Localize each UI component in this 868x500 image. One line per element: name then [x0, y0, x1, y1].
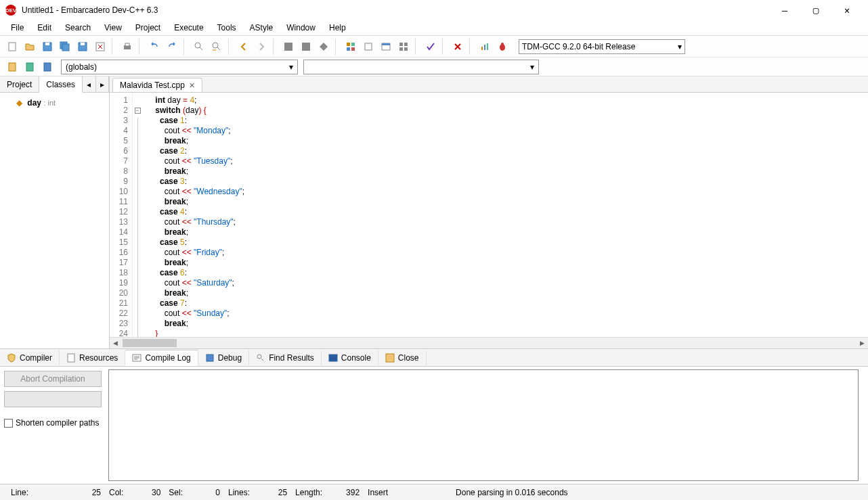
- window-icon[interactable]: [378, 39, 394, 55]
- tab-find-results[interactable]: Find Results: [249, 350, 322, 365]
- compiler-select-value: TDM-GCC 9.2.0 64-bit Release: [522, 42, 635, 51]
- editor-tab[interactable]: Malavida Test.cpp ✕: [112, 78, 202, 92]
- console-icon: [328, 353, 338, 363]
- checkbox-icon[interactable]: [4, 419, 13, 428]
- redo-icon[interactable]: [164, 39, 180, 55]
- close-button[interactable]: ✕: [831, 0, 863, 20]
- code-content[interactable]: int day = 4; switch (day) { case 1: cout…: [142, 93, 868, 337]
- svg-rect-0: [9, 43, 16, 51]
- menu-execute[interactable]: Execute: [169, 22, 209, 34]
- close-tab-icon[interactable]: ✕: [189, 81, 195, 90]
- horizontal-scrollbar[interactable]: ◀ ▶: [110, 337, 868, 348]
- status-insert: Insert: [368, 488, 388, 497]
- scope-combo[interactable]: (globals) ▾: [61, 60, 298, 74]
- bookmark-toggle-icon[interactable]: [4, 59, 20, 75]
- rebuild-icon[interactable]: [343, 39, 359, 55]
- menu-window[interactable]: Window: [281, 22, 321, 34]
- menu-astyle[interactable]: AStyle: [244, 22, 279, 34]
- svg-rect-32: [44, 63, 51, 71]
- grid-icon[interactable]: [395, 39, 412, 55]
- menu-search[interactable]: Search: [60, 22, 96, 34]
- svg-rect-20: [382, 43, 390, 45]
- shorten-paths-check[interactable]: Shorten compiler paths: [4, 418, 102, 428]
- tab-nav-left-icon[interactable]: ◂: [83, 76, 95, 92]
- abort-compilation-button[interactable]: Abort Compilation: [4, 371, 102, 387]
- svg-rect-24: [404, 47, 408, 51]
- debug-icon[interactable]: [360, 39, 376, 55]
- class-tree-item[interactable]: ◆ day : int: [3, 97, 106, 109]
- svg-point-10: [195, 43, 200, 48]
- undo-icon[interactable]: [146, 39, 162, 55]
- search-icon: [256, 353, 265, 363]
- left-panel-tabs: Project Classes ◂ ▸: [0, 76, 109, 93]
- delete-icon[interactable]: [450, 39, 466, 55]
- compile-run-icon[interactable]: [316, 39, 332, 55]
- status-sel-label: Sel:: [169, 488, 183, 497]
- svg-rect-38: [386, 354, 394, 362]
- debug-icon: [205, 353, 215, 363]
- tab-nav-right-icon[interactable]: ▸: [96, 76, 109, 92]
- scroll-left-icon[interactable]: ◀: [110, 338, 121, 348]
- bookmark-prev-icon[interactable]: [22, 59, 38, 75]
- tab-classes[interactable]: Classes: [39, 76, 83, 93]
- save-as-icon[interactable]: [74, 39, 91, 55]
- empty-button[interactable]: [4, 391, 102, 407]
- open-file-icon[interactable]: [22, 39, 38, 55]
- tab-compiler[interactable]: Compiler: [0, 350, 60, 365]
- left-panel: Project Classes ◂ ▸ ◆ day : int: [0, 76, 110, 348]
- bug-icon[interactable]: [494, 39, 511, 55]
- menu-tools[interactable]: Tools: [212, 22, 242, 34]
- tab-debug[interactable]: Debug: [198, 350, 249, 365]
- tab-close[interactable]: Close: [378, 350, 427, 365]
- menu-edit[interactable]: Edit: [32, 22, 57, 34]
- menu-view[interactable]: View: [99, 22, 127, 34]
- svg-rect-21: [399, 43, 403, 46]
- shield-icon: [7, 353, 16, 363]
- compile-icon[interactable]: [280, 39, 297, 55]
- run-icon[interactable]: [298, 39, 314, 55]
- menu-project[interactable]: Project: [130, 22, 166, 34]
- find-icon[interactable]: [191, 39, 207, 55]
- save-icon[interactable]: [39, 39, 56, 55]
- svg-rect-13: [302, 43, 310, 51]
- member-combo[interactable]: ▾: [303, 60, 539, 74]
- scope-combo-value: (globals): [66, 62, 97, 72]
- status-length-label: Length:: [295, 488, 322, 497]
- new-file-icon[interactable]: [4, 39, 20, 55]
- code-editor[interactable]: 1234567891011121314151617181920212223242…: [110, 93, 868, 337]
- app-icon: DEV: [5, 5, 16, 16]
- svg-point-29: [501, 43, 504, 45]
- status-lines-label: Lines:: [228, 488, 250, 497]
- chevron-down-icon: ▾: [289, 62, 293, 72]
- profile-icon[interactable]: [477, 39, 493, 55]
- replace-icon[interactable]: [209, 39, 225, 55]
- compiler-select[interactable]: TDM-GCC 9.2.0 64-bit Release ▾: [519, 39, 685, 54]
- scroll-right-icon[interactable]: ▶: [856, 338, 868, 348]
- print-icon[interactable]: [119, 39, 135, 55]
- goto-forward-icon[interactable]: [253, 39, 269, 55]
- tab-project[interactable]: Project: [0, 76, 39, 92]
- compile-log-area[interactable]: [108, 369, 859, 481]
- maximize-button[interactable]: ▢: [800, 0, 831, 20]
- save-all-icon[interactable]: [57, 39, 73, 55]
- svg-rect-14: [347, 43, 350, 46]
- scroll-thumb[interactable]: [123, 339, 177, 347]
- check-icon[interactable]: [422, 39, 439, 55]
- tab-console[interactable]: Console: [322, 350, 378, 365]
- minimize-button[interactable]: —: [769, 0, 800, 20]
- status-line-label: Line:: [11, 488, 28, 497]
- close-file-icon[interactable]: [92, 39, 108, 55]
- svg-rect-23: [399, 47, 403, 51]
- class-tree-type: : int: [43, 99, 56, 107]
- bookmark-next-icon[interactable]: [39, 59, 56, 75]
- tab-compile-log[interactable]: Compile Log: [125, 350, 198, 366]
- goto-back-icon[interactable]: [236, 39, 252, 55]
- svg-rect-9: [125, 43, 129, 46]
- menu-help[interactable]: Help: [324, 22, 351, 34]
- svg-rect-16: [347, 47, 350, 51]
- svg-rect-33: [68, 354, 74, 362]
- tab-resources[interactable]: Resources: [60, 350, 125, 365]
- class-tree[interactable]: ◆ day : int: [0, 93, 109, 348]
- menu-file[interactable]: File: [5, 22, 29, 34]
- chevron-down-icon: ▾: [530, 62, 534, 72]
